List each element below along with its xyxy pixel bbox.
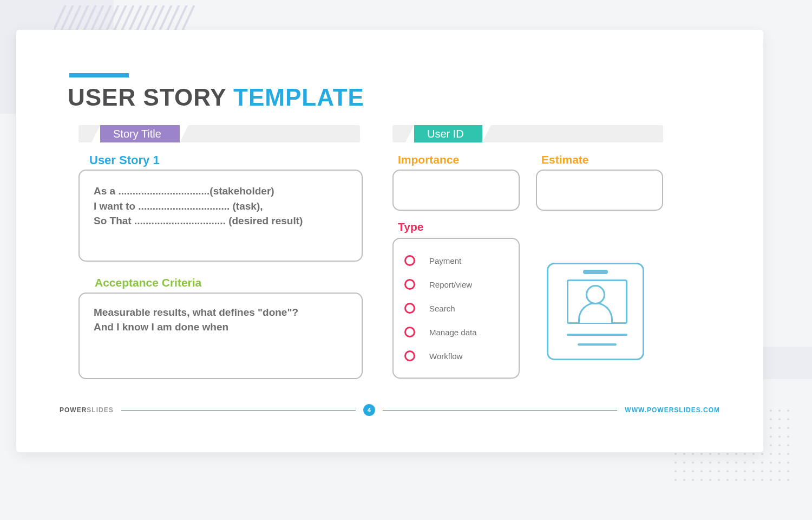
circle-icon	[404, 279, 415, 290]
line-icon	[567, 334, 627, 336]
story-line-2: I want to ..............................…	[94, 199, 348, 214]
ac-line-1: Measurable results, what defines "done"?	[94, 306, 348, 320]
person-head-icon	[586, 285, 605, 304]
brand-bold: POWER	[60, 406, 87, 414]
slide-card: USER STORY TEMPLATE Story Title User ID …	[16, 30, 763, 452]
type-option-label: Manage data	[429, 328, 477, 337]
notch-icon	[583, 270, 608, 274]
acceptance-criteria-box: Measurable results, what defines "done"?…	[78, 292, 363, 379]
type-row-workflow: Workflow	[404, 344, 508, 368]
story-title-header: Story Title	[78, 125, 360, 142]
ac-line-2: And I know I am done when	[94, 320, 348, 335]
importance-box	[392, 170, 520, 211]
importance-label: Importance	[398, 153, 459, 166]
user-story-heading: User Story 1	[89, 153, 160, 167]
line-icon	[578, 343, 617, 346]
page-title: USER STORY TEMPLATE	[68, 84, 364, 111]
estimate-label: Estimate	[541, 153, 589, 166]
user-id-header: User ID	[392, 125, 663, 142]
story-line-1: As a ................................(st…	[94, 184, 348, 199]
circle-icon	[404, 327, 415, 337]
type-row-payment: Payment	[404, 249, 508, 272]
type-row-search: Search	[404, 296, 508, 320]
footer-brand: POWERSLIDES	[60, 406, 114, 414]
profile-card-icon	[547, 263, 644, 360]
user-id-tab: User ID	[414, 125, 482, 142]
circle-icon	[404, 303, 415, 314]
brand-light: SLIDES	[87, 406, 113, 414]
story-title-tab: Story Title	[100, 125, 180, 142]
type-row-manage: Manage data	[404, 320, 508, 344]
footer-rule-right	[383, 410, 617, 411]
circle-icon	[404, 350, 415, 361]
footer: POWERSLIDES 4 WWW.POWERSLIDES.COM	[60, 404, 720, 417]
title-part-2: TEMPLATE	[233, 84, 364, 110]
type-option-label: Workflow	[429, 352, 462, 361]
footer-url: WWW.POWERSLIDES.COM	[625, 406, 720, 414]
footer-rule-left	[121, 410, 356, 411]
story-title-tab-label: Story Title	[113, 128, 161, 140]
user-id-tab-label: User ID	[427, 128, 464, 140]
page-number-badge: 4	[363, 404, 375, 416]
title-accent-bar	[69, 73, 129, 77]
estimate-box	[536, 170, 663, 211]
title-part-1: USER STORY	[68, 84, 233, 110]
type-option-label: Payment	[429, 256, 461, 265]
user-story-box: As a ................................(st…	[78, 170, 363, 262]
story-line-3: So That ................................…	[94, 213, 348, 229]
type-label: Type	[398, 220, 423, 233]
type-option-label: Search	[429, 304, 455, 313]
type-row-report: Report/view	[404, 272, 508, 296]
type-option-label: Report/view	[429, 280, 472, 289]
circle-icon	[404, 255, 415, 266]
acceptance-criteria-heading: Acceptance Criteria	[95, 276, 201, 289]
type-box: Payment Report/view Search Manage data W…	[392, 238, 520, 379]
